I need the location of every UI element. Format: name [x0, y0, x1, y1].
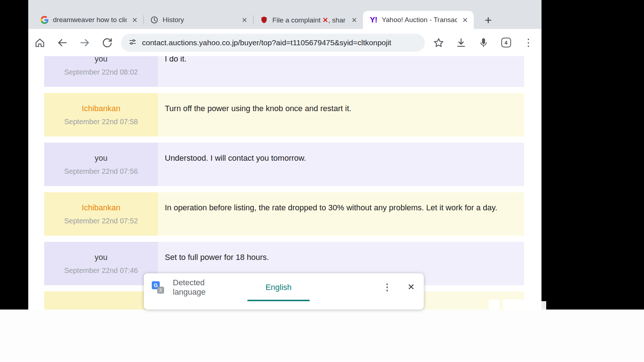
watermark-block	[489, 299, 500, 310]
reload-button[interactable]	[99, 34, 116, 51]
site-settings-icon[interactable]	[128, 38, 137, 48]
sender-cell: you September 22nd 08:02	[44, 56, 158, 87]
letterbox-right	[541, 0, 644, 310]
tab-close-icon[interactable]: ✕	[350, 15, 359, 25]
back-button[interactable]	[54, 34, 71, 51]
tab-strip: dreamweaver how to clic ✕ History ✕	[28, 0, 541, 29]
tab-switcher-button[interactable]: 4	[497, 34, 515, 51]
tab-close-icon[interactable]: ✕	[461, 15, 469, 25]
translate-close-icon[interactable]: ✕	[402, 278, 420, 296]
forward-button[interactable]	[76, 34, 93, 51]
message-text: Turn off the power using the knob once a…	[158, 93, 524, 136]
timestamp: September 22nd 07:56	[44, 167, 158, 176]
chat-message-row: you September 22nd 08:02 I do it.	[44, 56, 524, 87]
address-bar[interactable]: contact.auctions.yahoo.co.jp/buyer/top?a…	[121, 34, 425, 52]
microphone-icon[interactable]	[475, 34, 492, 51]
timestamp: September 22nd 07:52	[44, 217, 158, 225]
tab-count: 4	[501, 38, 511, 47]
tab-dreamweaver[interactable]: dreamweaver how to clic ✕	[34, 11, 143, 29]
translate-options-icon[interactable]: ⋮	[379, 278, 396, 296]
watermark-block	[503, 299, 539, 310]
download-button[interactable]	[452, 34, 470, 51]
tab-title: dreamweaver how to clic	[53, 16, 127, 24]
url-text[interactable]: contact.auctions.yahoo.co.jp/buyer/top?a…	[142, 38, 391, 47]
sender-name: you	[44, 253, 158, 262]
tab-yahoo-auction[interactable]: Y! Yahoo! Auction - Transac ✕	[363, 11, 474, 29]
tab-history[interactable]: History ✕	[144, 11, 253, 29]
yahoo-favicon-icon: Y!	[369, 15, 378, 25]
sender-name: Ichibankan	[44, 203, 158, 212]
tab-close-icon[interactable]: ✕	[240, 15, 249, 25]
message-text: I do it.	[158, 56, 524, 87]
sender-name: you	[44, 56, 158, 64]
message-text: In operation before listing, the rate dr…	[158, 192, 524, 236]
watermark-block	[541, 301, 546, 310]
chat-area: you September 22nd 08:02 I do it. Ichiba…	[28, 56, 541, 310]
google-favicon-icon	[40, 15, 49, 25]
translate-source-tab[interactable]: Detected language	[173, 273, 235, 301]
timestamp: September 22nd 07:58	[44, 118, 158, 126]
bookmark-star-button[interactable]	[430, 34, 447, 51]
message-text: Understood. I will contact you tomorrow.	[158, 143, 524, 186]
sender-cell	[44, 291, 158, 310]
translate-target-tab[interactable]: English	[247, 273, 310, 301]
history-icon	[150, 15, 159, 25]
letterbox-left	[0, 0, 28, 310]
three-dot-menu-icon: ⋮	[523, 38, 534, 48]
menu-button[interactable]: ⋮	[520, 34, 537, 51]
home-button[interactable]	[31, 34, 49, 51]
tab-title: Yahoo! Auction - Transac	[382, 16, 457, 24]
sender-name: Ichibankan	[44, 104, 158, 113]
sender-cell: you September 22nd 07:46	[44, 242, 158, 285]
chat-message-row: Ichibankan September 22nd 07:52 In opera…	[44, 192, 524, 236]
sender-name: you	[44, 153, 158, 163]
timestamp: September 22nd 08:02	[44, 68, 158, 76]
browser-window: dreamweaver how to clic ✕ History ✕	[28, 0, 541, 310]
translate-bun-square: 文	[157, 287, 164, 294]
translate-active-underline	[247, 300, 310, 301]
red-x-glyph: ✕	[322, 16, 328, 24]
timestamp: September 22nd 07:46	[44, 266, 158, 275]
chat-message-row: Ichibankan September 22nd 07:58 Turn off…	[44, 93, 524, 136]
sender-cell: Ichibankan September 22nd 07:58	[44, 93, 158, 136]
tab-close-icon[interactable]: ✕	[130, 15, 139, 25]
translate-bar: G 文 Detected language English ⋮ ✕	[144, 273, 424, 310]
tab-file-complaint[interactable]: File a complaint ✕, shar ✕	[254, 11, 363, 29]
google-translate-icon: G 文	[152, 281, 164, 294]
tab-title: File a complaint ✕, shar	[272, 16, 346, 24]
tab-title: History	[163, 16, 237, 24]
shield-icon	[259, 15, 269, 25]
chat-message-row: you September 22nd 07:56 Understood. I w…	[44, 143, 524, 186]
browser-toolbar: contact.auctions.yahoo.co.jp/buyer/top?a…	[28, 29, 541, 56]
sender-cell: you September 22nd 07:56	[44, 143, 158, 186]
new-tab-button[interactable]: +	[480, 11, 497, 29]
sender-cell: Ichibankan September 22nd 07:52	[44, 192, 158, 236]
